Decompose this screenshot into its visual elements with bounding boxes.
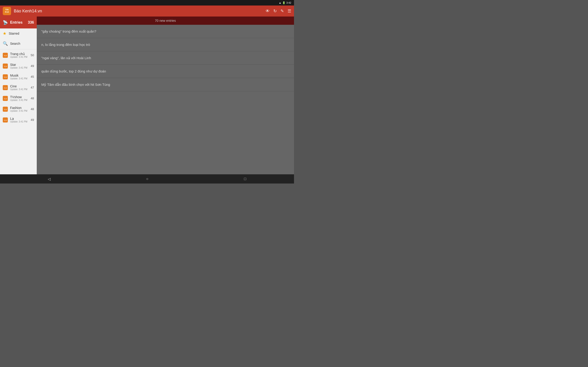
feed-content-cine: Cine Update: 3:41 PM xyxy=(10,84,28,91)
refresh-icon[interactable]: ↻ xyxy=(273,8,277,14)
feed-icon-trang-chu: K14 xyxy=(3,53,8,58)
feed-content-la: Lạ Update: 3:41 PM xyxy=(10,117,28,123)
starred-label: Starred xyxy=(9,32,19,35)
feed-update-cine: Update: 3:41 PM xyxy=(10,88,28,91)
recent-button[interactable]: □ xyxy=(244,177,246,181)
article-item-5[interactable]: Mỹ Tâm dẫn đầu bình chọn với hit Sơn Tùn… xyxy=(37,78,294,91)
svg-text:K14: K14 xyxy=(4,76,7,78)
feed-label-musik: Musik xyxy=(10,74,28,77)
rss-icon: 📡 xyxy=(3,20,8,25)
bottom-nav: ◁ ○ □ xyxy=(0,174,294,184)
status-bar: ▲ 🔋 3:42 xyxy=(0,0,294,6)
feed-count-trang-chu: 50 xyxy=(31,53,34,57)
sidebar: 📡 Entries 336 ★ Starred 🔍 Search K14 Tra… xyxy=(0,17,37,174)
app-bar-actions: 👁 ↻ ✎ ☰ xyxy=(266,8,291,14)
feed-label-tvshow: TVshow xyxy=(10,95,28,99)
app-logo: TIN K14 xyxy=(3,7,11,15)
feed-icon-star: K14 xyxy=(3,64,8,69)
feed-update-musik: Update: 3:41 PM xyxy=(10,77,28,80)
sidebar-item-entries[interactable]: 📡 Entries 336 xyxy=(0,17,37,28)
sidebar-divider-1 xyxy=(0,49,37,49)
app-bar: TIN K14 Báo Kenh14.vn 👁 ↻ ✎ ☰ xyxy=(0,6,294,17)
feed-update-tvshow: Update: 3:41 PM xyxy=(10,99,28,101)
feed-count-tvshow: 48 xyxy=(31,97,34,100)
entries-count: 336 xyxy=(28,20,34,25)
battery-icon: 🔋 xyxy=(282,1,285,4)
app-title: Báo Kenh14.vn xyxy=(14,9,263,14)
article-title-3: "ngai vàng", lăn xả với Hoài Linh xyxy=(41,56,91,60)
sidebar-item-musik[interactable]: K14 Musik Update: 3:41 PM 45 xyxy=(0,71,37,82)
feed-icon-la: K14 xyxy=(3,117,8,123)
article-title-1: "gây choáng" trong đêm xuất quân? xyxy=(41,29,96,33)
feed-icon-fashion: K14 xyxy=(3,107,8,112)
feed-label-trang-chu: Trang chủ xyxy=(10,52,28,56)
svg-text:K14: K14 xyxy=(4,87,7,89)
entries-label: Entries xyxy=(10,20,26,25)
edit-icon[interactable]: ✎ xyxy=(280,8,284,14)
svg-text:K14: K14 xyxy=(4,55,7,56)
status-icons: ▲ 🔋 3:42 xyxy=(279,1,291,4)
feed-update-la: Update: 3:41 PM xyxy=(10,120,28,123)
feed-icon-tvshow: K14 xyxy=(3,96,8,101)
article-title-4: quân dừng bước, top 2 đúng như dự đoán xyxy=(41,69,106,73)
main-layout: 📡 Entries 336 ★ Starred 🔍 Search K14 Tra… xyxy=(0,17,294,174)
sidebar-item-starred[interactable]: ★ Starred xyxy=(0,28,37,39)
svg-text:K14: K14 xyxy=(4,119,7,121)
content-area: 70 new entries "gây choáng" trong đêm xu… xyxy=(37,17,294,174)
feed-label-cine: Cine xyxy=(10,84,28,88)
article-item-4[interactable]: quân dừng bước, top 2 đúng như dự đoán xyxy=(37,65,294,78)
sidebar-item-trang-chu[interactable]: K14 Trang chủ Update: 3:41 PM 50 xyxy=(0,50,37,60)
sidebar-item-tvshow[interactable]: K14 TVshow Update: 3:41 PM 48 xyxy=(0,93,37,104)
feed-update-trang-chu: Update: 3:41 PM xyxy=(10,56,28,58)
sidebar-item-la[interactable]: K14 Lạ Update: 3:41 PM 49 xyxy=(0,115,37,125)
feed-count-star: 49 xyxy=(31,64,34,68)
articles-list: "gây choáng" trong đêm xuất quân? n, lo … xyxy=(37,25,294,174)
article-item-2[interactable]: n, lo lắng trong đêm loại học trò xyxy=(37,38,294,51)
feed-count-cine: 47 xyxy=(31,86,34,89)
article-title-5: Mỹ Tâm dẫn đầu bình chọn với hit Sơn Tùn… xyxy=(41,83,110,86)
feed-count-musik: 45 xyxy=(31,75,34,78)
feed-label-fashion: Fashion xyxy=(10,106,28,110)
feed-label-la: Lạ xyxy=(10,117,28,120)
feed-content-fashion: Fashion Update: 3:41 PM xyxy=(10,106,28,112)
filter-icon[interactable]: ☰ xyxy=(288,8,291,14)
eye-icon[interactable]: 👁 xyxy=(266,9,270,14)
sidebar-item-search[interactable]: 🔍 Search xyxy=(0,39,37,49)
feed-update-star: Update: 3:41 PM xyxy=(10,67,28,69)
home-button[interactable]: ○ xyxy=(146,177,148,181)
star-icon: ★ xyxy=(3,31,6,36)
article-item-1[interactable]: "gây choáng" trong đêm xuất quân? xyxy=(37,25,294,38)
svg-text:K14: K14 xyxy=(4,65,7,67)
feed-content-trang-chu: Trang chủ Update: 3:41 PM xyxy=(10,52,28,58)
svg-text:K14: K14 xyxy=(4,108,7,110)
wifi-icon: ▲ xyxy=(279,1,281,4)
sidebar-item-cine[interactable]: K14 Cine Update: 3:41 PM 47 xyxy=(0,82,37,93)
time-display: 3:42 xyxy=(286,1,291,4)
feed-content-tvshow: TVshow Update: 3:41 PM xyxy=(10,95,28,101)
search-icon: 🔍 xyxy=(3,41,8,46)
article-item-3[interactable]: "ngai vàng", lăn xả với Hoài Linh xyxy=(37,51,294,65)
sidebar-item-star[interactable]: K14 Star Update: 3:41 PM 49 xyxy=(0,60,37,71)
article-title-2: n, lo lắng trong đêm loại học trò xyxy=(41,43,90,47)
feed-icon-cine: K14 xyxy=(3,85,8,90)
new-entries-bar[interactable]: 70 new entries xyxy=(37,17,294,25)
sidebar-item-fashion[interactable]: K14 Fashion Update: 3:41 PM 48 xyxy=(0,104,37,115)
back-button[interactable]: ◁ xyxy=(48,177,51,181)
feed-icon-musik: K14 xyxy=(3,74,8,79)
feed-content-star: Star Update: 3:41 PM xyxy=(10,63,28,69)
feed-count-fashion: 48 xyxy=(31,107,34,111)
svg-text:K14: K14 xyxy=(4,98,7,99)
search-label: Search xyxy=(10,42,20,45)
feed-label-star: Star xyxy=(10,63,28,67)
feed-count-la: 49 xyxy=(31,118,34,122)
feed-content-musik: Musik Update: 3:41 PM xyxy=(10,74,28,80)
feed-update-fashion: Update: 3:41 PM xyxy=(10,110,28,112)
